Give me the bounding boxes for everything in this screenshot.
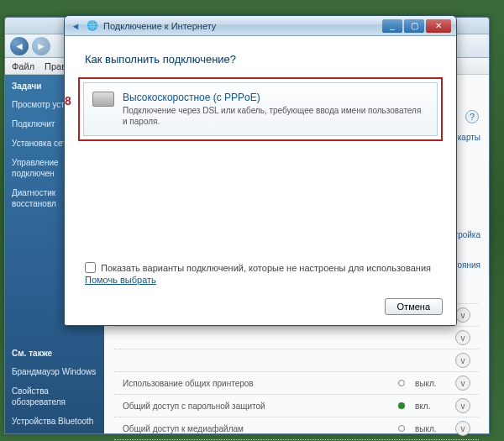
- globe-icon: 🌐: [87, 20, 98, 32]
- annotation-number: 8: [65, 94, 71, 108]
- sidebar-link[interactable]: Свойства обозревателя: [12, 386, 97, 407]
- hint-text: карты: [458, 132, 480, 144]
- pppoe-option[interactable]: Высокоскоростное (с PPPoE) Подключение ч…: [83, 82, 438, 136]
- option-title: Высокоскоростное (с PPPoE): [123, 92, 427, 103]
- help-choose-link[interactable]: Помочь выбрать: [85, 275, 156, 285]
- connect-to-internet-dialog: ◄ 🌐 Подключение к Интернету _ ▢ ✕ Как вы…: [64, 15, 457, 326]
- chevron-down-icon[interactable]: v: [455, 353, 470, 368]
- setting-value: вкл.: [415, 402, 449, 411]
- minimize-button[interactable]: _: [382, 19, 402, 33]
- dialog-body: Как выполнить подключение? 8 Высокоскоро…: [65, 36, 456, 325]
- setting-value: выкл.: [415, 379, 449, 388]
- dialog-footer-options: Показать варианты подключений, которые н…: [85, 262, 431, 285]
- close-button[interactable]: ✕: [426, 19, 451, 33]
- back-arrow-icon[interactable]: ◄: [70, 20, 81, 32]
- setting-label: Общий доступ к медиафайлам: [123, 424, 391, 433]
- chevron-down-icon[interactable]: v: [455, 375, 470, 391]
- setting-row: Общий доступ с парольной защитой вкл. v: [114, 394, 479, 417]
- modem-icon: [92, 92, 114, 107]
- show-more-checkbox-row[interactable]: Показать варианты подключений, которые н…: [85, 262, 431, 273]
- setting-label: Использование общих принтеров: [123, 379, 391, 388]
- dialog-heading: Как выполнить подключение?: [85, 36, 436, 77]
- menu-file[interactable]: Файл: [12, 61, 34, 71]
- sidebar-link[interactable]: Брандмауэр Windows: [12, 366, 97, 377]
- expand-row: v: [114, 326, 479, 349]
- help-icon[interactable]: ?: [465, 110, 479, 123]
- maximize-button[interactable]: ▢: [404, 19, 424, 33]
- setting-row: Использование общих принтеров выкл. v: [114, 371, 479, 394]
- nav-forward-button[interactable]: ►: [32, 37, 50, 55]
- chevron-down-icon[interactable]: v: [455, 307, 470, 323]
- dialog-title: Подключение к Интернету: [103, 21, 377, 31]
- option-desc: Подключение через DSL или кабель, требую…: [123, 105, 427, 127]
- setting-label: Общий доступ с парольной защитой: [123, 402, 391, 411]
- status-dot-off: [398, 380, 405, 386]
- annotation-highlight: 8 Высокоскоростное (с PPPoE) Подключение…: [78, 77, 443, 141]
- status-dot-on: [398, 402, 405, 409]
- status-dot-off: [398, 425, 405, 432]
- dialog-titlebar: ◄ 🌐 Подключение к Интернету _ ▢ ✕: [65, 16, 456, 36]
- expand-row: v: [114, 349, 479, 371]
- nav-back-button[interactable]: ◄: [10, 37, 29, 55]
- show-more-label: Показать варианты подключений, которые н…: [101, 263, 431, 273]
- setting-row: Общий доступ к медиафайлам выкл. v: [114, 417, 479, 439]
- chevron-down-icon[interactable]: v: [455, 421, 470, 436]
- cancel-button[interactable]: Отмена: [385, 298, 443, 315]
- setting-value: выкл.: [415, 424, 449, 433]
- dialog-button-row: Отмена: [385, 298, 443, 315]
- chevron-down-icon[interactable]: v: [455, 398, 470, 413]
- hint-text: тройка: [454, 229, 480, 241]
- sidebar-seealso-title: См. также: [12, 349, 97, 358]
- chevron-down-icon[interactable]: v: [455, 330, 470, 345]
- show-more-checkbox[interactable]: [85, 262, 96, 273]
- sidebar-link[interactable]: Устройства Bluetooth: [12, 416, 97, 427]
